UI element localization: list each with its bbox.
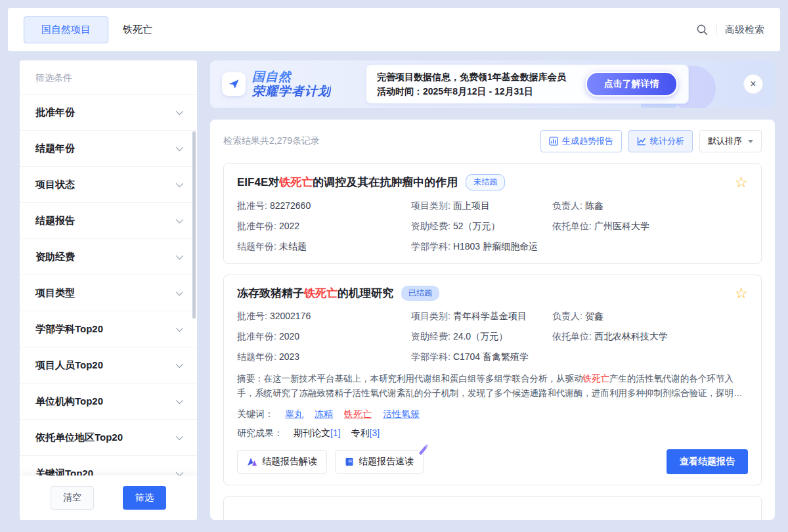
field: 依托单位:广州医科大学 — [552, 221, 748, 233]
filter-button[interactable]: 筛选 — [123, 486, 166, 510]
banner-brand: 国自然 荣耀学者计划 — [222, 70, 357, 99]
filter-item-conclusion-year[interactable]: 结题年份 — [20, 131, 197, 167]
card-footer: 结题报告解读 结题报告速读 — [237, 449, 748, 474]
filter-item-institution-top20[interactable]: 单位机构Top20 — [20, 384, 197, 420]
results-actions: 生成趋势报告 统计分析 默认排序 — [540, 130, 762, 152]
filter-item-personnel-top20[interactable]: 项目人员Top20 — [20, 347, 197, 384]
search-icon[interactable] — [696, 24, 709, 36]
field: 负责人:陈鑫 — [552, 200, 748, 212]
field: 资助经费:52（万元） — [411, 221, 552, 233]
clear-button[interactable]: 清空 — [51, 486, 94, 510]
report-quickread-button[interactable]: 结题报告速读 — [335, 450, 424, 474]
paper-plane-icon — [222, 72, 246, 96]
field: 资助经费:24.0（万元） — [411, 331, 552, 343]
field: 项目类别:青年科学基金项目 — [411, 311, 552, 322]
pen-icon — [416, 445, 429, 458]
close-icon[interactable]: × — [743, 74, 763, 94]
line-chart-icon — [637, 137, 646, 146]
page: 国自然项目 铁死亡 高级检索 筛选条件 批准年份 结题年份 项目状态 — [0, 8, 788, 532]
field: 负责人:贺鑫 — [552, 311, 748, 322]
view-report-button[interactable]: 查看结题报告 — [667, 449, 748, 474]
project-title[interactable]: EIF4E对铁死亡的调控及其在抗肿瘤中的作用 — [237, 175, 458, 190]
field: 依托单位:西北农林科技大学 — [552, 331, 748, 343]
sidebar-footer: 清空 筛选 — [20, 476, 197, 520]
journal-papers-link[interactable]: 期刊论文[1] — [294, 428, 341, 439]
sort-dropdown[interactable]: 默认排序 — [699, 130, 762, 152]
bar-chart-doc-icon — [549, 137, 558, 146]
book-icon — [345, 457, 354, 466]
field: 批准号:32002176 — [237, 311, 411, 322]
filter-item-project-type[interactable]: 项目类型 — [20, 275, 197, 311]
field: 项目类别:面上项目 — [411, 200, 552, 212]
keyword-row: 关键词： 睾丸 冻精 铁死亡 活性氧簇 — [237, 409, 748, 420]
favorite-star-icon[interactable]: ☆ — [734, 286, 748, 301]
results-summary: 检索结果共2,279条记录 — [223, 135, 320, 147]
chevron-down-icon — [176, 216, 183, 223]
main-column: 国自然 荣耀学者计划 完善项目数据信息，免费领1年基金数据库会员 活动时间：20… — [210, 60, 775, 520]
trend-report-button[interactable]: 生成趋势报告 — [540, 130, 622, 152]
field-grid: 批准号:32002176 项目类别:青年科学基金项目 负责人:贺鑫 批准年份:2… — [237, 311, 748, 363]
filter-label: 项目类型 — [35, 287, 75, 299]
filter-label: 结题年份 — [35, 143, 75, 155]
project-title[interactable]: 冻存致猪精子铁死亡的机理研究 — [237, 286, 393, 301]
topbar-right: 高级检索 — [696, 24, 764, 36]
promo-banner: 国自然 荣耀学者计划 完善项目数据信息，免费领1年基金数据库会员 活动时间：20… — [210, 60, 775, 108]
filter-label: 单位机构Top20 — [35, 395, 103, 408]
keyword-link[interactable]: 冻精 — [315, 409, 333, 420]
filter-label: 项目人员Top20 — [35, 359, 103, 372]
achievements-row: 研究成果： 期刊论文[1] 专利[3] — [237, 428, 748, 439]
filter-item-discipline-top20[interactable]: 学部学科Top20 — [20, 311, 197, 347]
status-badge: 未结题 — [466, 174, 505, 190]
chevron-down-icon — [176, 144, 183, 151]
card-head: 冻存致猪精子铁死亡的机理研究 已结题 ☆ — [237, 286, 748, 301]
filter-item-approval-year[interactable]: 批准年份 — [20, 95, 197, 131]
field: 批准年份:2022 — [237, 221, 411, 233]
search-input[interactable]: 铁死亡 — [123, 24, 696, 36]
chevron-down-icon — [176, 288, 183, 296]
filter-label: 项目状态 — [35, 179, 75, 191]
chevron-down-icon — [748, 140, 753, 143]
banner-cta-button[interactable]: 点击了解详情 — [586, 72, 678, 97]
field: 批准年份:2020 — [237, 331, 411, 343]
field: 结题年份:2023 — [237, 351, 411, 363]
content-row: 筛选条件 批准年份 结题年份 项目状态 结题报告 资助经费 — [20, 60, 775, 520]
report-interpret-button[interactable]: 结题报告解读 — [237, 450, 327, 474]
result-card: 冻存致猪精子铁死亡的机理研究 已结题 ☆ 批准号:32002176 项目类别:青… — [223, 275, 762, 485]
banner-promo-text: 完善项目数据信息，免费领1年基金数据库会员 活动时间：2025年8月12日 - … — [377, 70, 566, 99]
field-grid: 批准号:82272660 项目类别:面上项目 负责人:陈鑫 批准年份:2022 … — [237, 200, 748, 253]
filter-label: 资助经费 — [35, 251, 75, 263]
results-panel: 检索结果共2,279条记录 生成趋势报告 — [210, 120, 775, 520]
result-card: EIF4E对铁死亡的调控及其在抗肿瘤中的作用 未结题 ☆ 批准号:8227266… — [223, 163, 762, 264]
favorite-star-icon[interactable]: ☆ — [734, 175, 748, 190]
result-card-partial — [223, 496, 762, 520]
field: 学部学科:C1704 畜禽繁殖学 — [411, 351, 552, 363]
filter-label: 学部学科Top20 — [35, 323, 103, 336]
filter-label: 依托单位地区Top20 — [35, 432, 123, 444]
filter-item-project-status[interactable]: 项目状态 — [20, 167, 197, 203]
chevron-down-icon — [176, 361, 183, 368]
achievements-label: 研究成果： — [237, 428, 283, 439]
keyword-link[interactable]: 活性氧簇 — [383, 409, 420, 420]
advanced-search-link[interactable]: 高级检索 — [725, 24, 764, 36]
filter-item-region-top20[interactable]: 依托单位地区Top20 — [20, 420, 197, 456]
keyword-link[interactable]: 铁死亡 — [344, 409, 372, 420]
filter-label: 结题报告 — [35, 215, 75, 227]
filter-item-conclusion-report[interactable]: 结题报告 — [20, 203, 197, 239]
banner-brand-text: 国自然 荣耀学者计划 — [252, 70, 331, 99]
keyword-link[interactable]: 睾丸 — [285, 409, 303, 420]
keywords-label: 关键词： — [237, 409, 274, 420]
results-header: 检索结果共2,279条记录 生成趋势报告 — [223, 130, 762, 152]
chevron-down-icon — [176, 252, 183, 259]
stats-analysis-button[interactable]: 统计分析 — [628, 130, 693, 152]
patents-link[interactable]: 专利[3] — [351, 428, 380, 439]
status-badge: 已结题 — [401, 286, 439, 301]
filter-label: 批准年份 — [35, 106, 75, 119]
tab-nsfc-project[interactable]: 国自然项目 — [24, 16, 108, 43]
field: 学部学科:H1803 肿瘤细胞命运 — [411, 241, 552, 253]
topbar: 国自然项目 铁死亡 高级检索 — [8, 8, 780, 51]
ai-logo-icon — [247, 457, 257, 466]
field: 批准号:82272660 — [237, 200, 411, 212]
project-abstract: 摘要：在这一新技术平台基础上，本研究利用代谢组和蛋白组等多组学联合分析，从驱动铁… — [237, 372, 748, 401]
sidebar-scrollbar[interactable] — [192, 131, 196, 319]
filter-item-funding[interactable]: 资助经费 — [20, 239, 197, 275]
